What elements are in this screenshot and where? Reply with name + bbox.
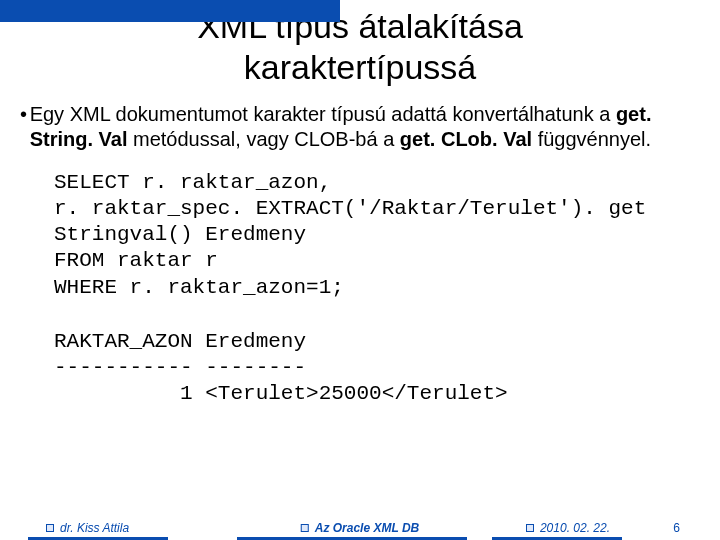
- title-line-2: karaktertípussá: [244, 48, 476, 86]
- bullet-text-post: függvénnyel.: [532, 128, 651, 150]
- slide-body: • Egy XML dokumentumot karakter típusú a…: [0, 88, 720, 408]
- bullet-marker: •: [20, 102, 30, 152]
- footer-ornament-icon: [46, 524, 54, 532]
- footer-ornament-icon: [526, 524, 534, 532]
- footer-author-text: dr. Kiss Attila: [60, 521, 129, 535]
- sql-code-block: SELECT r. raktar_azon, r. raktar_spec. E…: [54, 170, 700, 301]
- footer-ornament-icon: [301, 524, 309, 532]
- footer-date: 2010. 02. 22.: [526, 521, 610, 535]
- method-getclobval: get. CLob. Val: [400, 128, 532, 150]
- bullet-text-mid: metódussal, vagy CLOB-bá a: [127, 128, 399, 150]
- slide-footer: dr. Kiss Attila Az Oracle XML DB 2010. 0…: [0, 518, 720, 540]
- footer-author: dr. Kiss Attila: [46, 521, 129, 535]
- bullet-text-pre: Egy XML dokumentumot karakter típusú ada…: [30, 103, 616, 125]
- footer-date-text: 2010. 02. 22.: [540, 521, 610, 535]
- sql-output-block: RAKTAR_AZON Eredmeny ----------- -------…: [54, 329, 700, 408]
- slide-accent-bar: [0, 0, 340, 22]
- footer-title-text: Az Oracle XML DB: [315, 521, 419, 535]
- bullet-item: • Egy XML dokumentumot karakter típusú a…: [20, 102, 700, 152]
- footer-title: Az Oracle XML DB: [301, 521, 419, 535]
- bullet-text: Egy XML dokumentumot karakter típusú ada…: [30, 102, 700, 152]
- footer-page-number: 6: [673, 521, 680, 535]
